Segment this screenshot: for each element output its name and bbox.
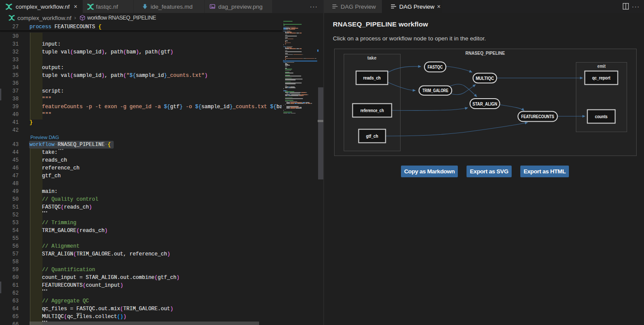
svg-text:FEATURECOUNTS: FEATURECOUNTS: [521, 114, 554, 119]
svg-text:TRIM_GALORE: TRIM_GALORE: [422, 88, 448, 93]
svg-text:qc_report: qc_report: [592, 75, 611, 80]
svg-text:gtf_ch: gtf_ch: [366, 133, 378, 139]
svg-text:take: take: [368, 55, 377, 60]
svg-text:reference_ch: reference_ch: [361, 108, 384, 113]
svg-text:counts: counts: [595, 114, 608, 119]
svg-text:reads_ch: reads_ch: [363, 75, 381, 80]
svg-text:FASTQC: FASTQC: [427, 64, 443, 70]
svg-text:MULTIQC: MULTIQC: [476, 76, 494, 81]
svg-text:emit: emit: [598, 63, 606, 69]
svg-text:STAR_ALIGN: STAR_ALIGN: [473, 101, 497, 106]
svg-text:RNASEQ_PIPELINE: RNASEQ_PIPELINE: [466, 50, 505, 56]
